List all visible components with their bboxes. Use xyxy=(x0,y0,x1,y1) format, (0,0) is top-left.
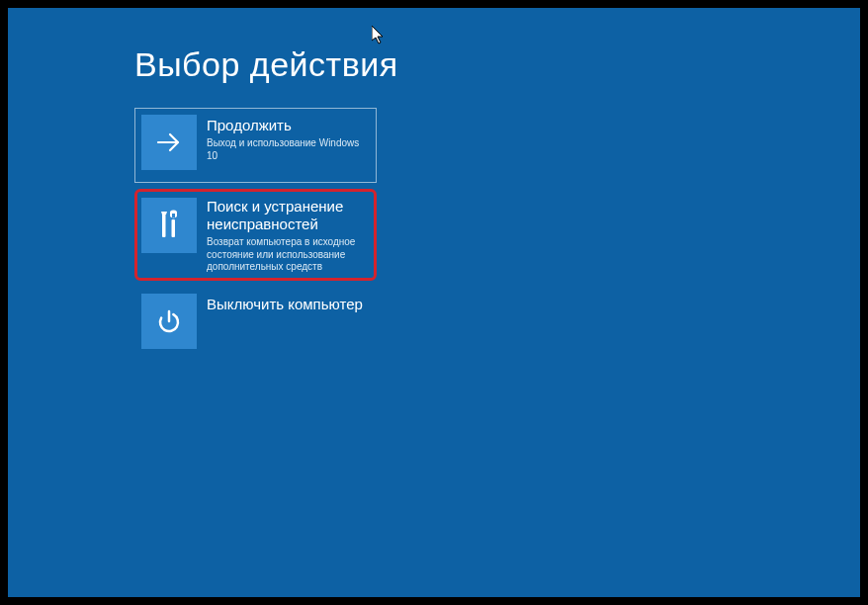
svg-rect-2 xyxy=(172,219,176,237)
tools-icon xyxy=(141,198,197,253)
svg-rect-1 xyxy=(162,212,166,237)
arrow-right-icon xyxy=(141,115,197,170)
tile-continue[interactable]: Продолжить Выход и использование Windows… xyxy=(134,108,377,183)
tile-shutdown[interactable]: Выключить компьютер xyxy=(134,287,377,362)
tile-title: Продолжить xyxy=(207,117,366,134)
tile-title: Выключить компьютер xyxy=(207,296,363,313)
cursor-icon xyxy=(372,26,386,45)
tile-desc: Возврат компьютера в исходное состояние … xyxy=(207,236,366,274)
recovery-screen: Выбор действия Продолжить Выход и исполь… xyxy=(8,8,860,597)
tile-text: Продолжить Выход и использование Windows… xyxy=(207,115,370,176)
tile-list: Продолжить Выход и использование Windows… xyxy=(134,108,860,362)
tile-desc: Выход и использование Windows 10 xyxy=(207,137,366,162)
tile-troubleshoot[interactable]: Поиск и устранение неисправностей Возвра… xyxy=(134,189,377,281)
power-icon xyxy=(141,294,197,349)
tile-text: Выключить компьютер xyxy=(207,294,367,355)
tile-text: Поиск и устранение неисправностей Возвра… xyxy=(207,196,370,274)
page-title: Выбор действия xyxy=(134,45,860,84)
tile-title: Поиск и устранение неисправностей xyxy=(207,198,366,233)
